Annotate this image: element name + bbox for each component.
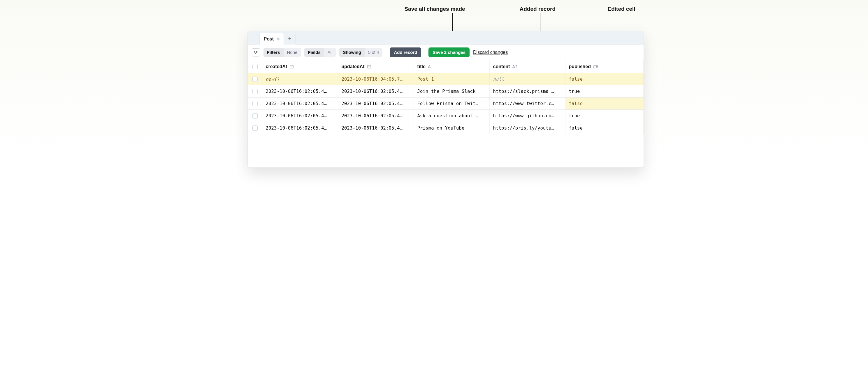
table-row: 2023-10-06T16:02:05.4…2023-10-06T16:02:0…: [248, 110, 644, 122]
fields-pill[interactable]: Fields All: [304, 48, 336, 57]
row-checkbox-cell: [248, 122, 262, 134]
discard-changes-link[interactable]: Discard changes: [473, 50, 508, 55]
cell-updatedAt[interactable]: 2023-10-06T16:02:05.4…: [338, 122, 414, 134]
select-all-checkbox[interactable]: [252, 64, 258, 69]
header-createdAt-label: createdAt: [266, 64, 287, 69]
svg-rect-4: [367, 65, 370, 68]
filters-value: None: [284, 48, 301, 57]
cell-published[interactable]: false: [565, 122, 644, 134]
annotation-edited-cell: Edited cell: [608, 6, 636, 12]
cell-published[interactable]: false: [565, 73, 644, 85]
cell-title[interactable]: Ask a question about …: [414, 110, 490, 122]
header-createdAt[interactable]: createdAt: [262, 60, 338, 73]
table-row: 2023-10-06T16:02:05.4…2023-10-06T16:02:0…: [248, 85, 644, 98]
cell-updatedAt[interactable]: 2023-10-06T16:04:05.7…: [338, 73, 414, 85]
add-record-button[interactable]: Add record: [390, 47, 421, 57]
cell-createdAt[interactable]: 2023-10-06T16:02:05.4…: [262, 122, 338, 134]
header-published[interactable]: published: [565, 60, 644, 73]
row-checkbox-cell: [248, 98, 262, 109]
cell-title[interactable]: Join the Prisma Slack: [414, 85, 490, 97]
boolean-type-icon: [593, 65, 598, 68]
svg-rect-0: [290, 65, 293, 68]
showing-value: 5 of 4: [365, 48, 383, 57]
calendar-icon: [367, 64, 371, 69]
cell-title[interactable]: Prisma on YouTube: [414, 122, 490, 134]
row-checkbox-cell: [248, 85, 262, 97]
fields-value: All: [324, 48, 336, 57]
cell-content[interactable]: https://slack.prisma.…: [490, 85, 565, 97]
cell-published[interactable]: false: [565, 98, 644, 109]
cell-updatedAt[interactable]: 2023-10-06T16:02:05.4…: [338, 110, 414, 122]
cell-content[interactable]: https://pris.ly/youtu…: [490, 122, 565, 134]
header-updatedAt[interactable]: updatedAt: [338, 60, 414, 73]
header-title[interactable]: title A: [414, 60, 490, 73]
cell-title[interactable]: Post 1: [414, 73, 490, 85]
showing-pill[interactable]: Showing 5 of 4: [339, 48, 382, 57]
cell-content[interactable]: https://www.github.co…: [490, 110, 565, 122]
cell-createdAt[interactable]: 2023-10-06T16:02:05.4…: [262, 110, 338, 122]
row-checkbox-cell: [248, 110, 262, 122]
add-record-label: Add record: [394, 50, 417, 55]
tab-dirty-indicator-icon: [277, 38, 280, 40]
discard-changes-label: Discard changes: [473, 50, 508, 55]
annotation-added-record: Added record: [520, 6, 556, 12]
table-row: 2023-10-06T16:02:05.4…2023-10-06T16:02:0…: [248, 122, 644, 134]
row-checkbox[interactable]: [252, 76, 258, 82]
refresh-icon: ⟳: [254, 49, 258, 55]
toolbar-divider: [386, 47, 386, 58]
text-nullable-type-icon: A?: [512, 64, 518, 69]
header-published-label: published: [569, 64, 591, 69]
tab-label: Post: [264, 36, 274, 42]
refresh-button[interactable]: ⟳: [252, 48, 260, 57]
cell-content[interactable]: https://www.twitter.c…: [490, 98, 565, 109]
header-updatedAt-label: updatedAt: [342, 64, 365, 69]
row-checkbox-cell: [248, 73, 262, 85]
filters-pill[interactable]: Filters None: [264, 48, 301, 57]
table-row: 2023-10-06T16:02:05.4…2023-10-06T16:02:0…: [248, 98, 644, 110]
showing-label: Showing: [339, 48, 365, 57]
table-header-row: createdAt updatedAt title A content: [248, 60, 644, 73]
row-checkbox[interactable]: [252, 89, 258, 94]
cell-published[interactable]: true: [565, 110, 644, 122]
data-editor-panel: Post + ⟳ Filters None Fields All Showing…: [247, 31, 644, 168]
cell-createdAt[interactable]: now(): [262, 73, 338, 85]
header-content-label: content: [493, 64, 510, 69]
row-checkbox[interactable]: [252, 101, 258, 106]
cell-updatedAt[interactable]: 2023-10-06T16:02:05.4…: [338, 98, 414, 109]
tab-bar: Post +: [248, 31, 644, 44]
header-title-label: title: [417, 64, 426, 69]
save-changes-button[interactable]: Save 2 changes: [429, 47, 470, 57]
plus-icon: +: [288, 36, 291, 42]
cell-content[interactable]: null: [490, 73, 565, 85]
annotation-save-all: Save all changes made: [405, 6, 465, 12]
cell-createdAt[interactable]: 2023-10-06T16:02:05.4…: [262, 85, 338, 97]
cell-createdAt[interactable]: 2023-10-06T16:02:05.4…: [262, 98, 338, 109]
toolbar-divider-2: [425, 47, 425, 58]
row-checkbox[interactable]: [252, 126, 258, 131]
cell-updatedAt[interactable]: 2023-10-06T16:02:05.4…: [338, 85, 414, 97]
data-grid: createdAt updatedAt title A content: [248, 60, 644, 134]
toolbar: ⟳ Filters None Fields All Showing 5 of 4…: [248, 44, 644, 60]
cell-published[interactable]: true: [565, 85, 644, 97]
svg-point-9: [596, 66, 598, 68]
table-row: now()2023-10-06T16:04:05.7…Post 1nullfal…: [248, 73, 644, 85]
tab-post[interactable]: Post: [259, 33, 284, 44]
row-checkbox[interactable]: [252, 113, 258, 118]
header-content[interactable]: content A?: [490, 60, 565, 73]
cell-title[interactable]: Follow Prisma on Twit…: [414, 98, 490, 109]
header-checkbox-cell: [248, 60, 262, 73]
text-type-icon: A: [428, 64, 431, 69]
save-changes-label: Save 2 changes: [433, 50, 465, 55]
fields-label: Fields: [304, 48, 324, 57]
calendar-icon: [289, 64, 294, 69]
filters-label: Filters: [264, 48, 284, 57]
tab-add-button[interactable]: +: [284, 33, 296, 44]
